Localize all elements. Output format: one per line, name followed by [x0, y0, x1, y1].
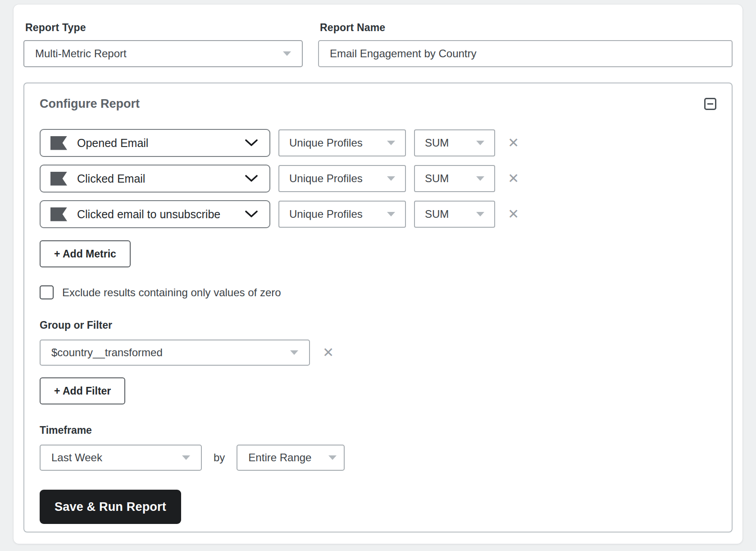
remove-metric-button[interactable]: ✕	[508, 207, 519, 221]
exclude-zero-row: Exclude results containing only values o…	[40, 285, 716, 299]
exclude-zero-label: Exclude results containing only values o…	[62, 286, 281, 299]
report-type-select[interactable]: Multi-Metric Report	[23, 40, 303, 67]
add-filter-button[interactable]: + Add Filter	[40, 377, 125, 404]
dropdown-arrow-icon	[476, 176, 484, 181]
dropdown-arrow-icon	[283, 51, 291, 56]
report-type-label: Report Type	[25, 22, 303, 34]
dropdown-arrow-icon	[476, 141, 484, 145]
timeframe-row: Last Week by Entire Range	[40, 445, 716, 471]
dropdown-arrow-icon	[328, 455, 337, 460]
chevron-down-icon	[245, 175, 258, 182]
metric-row: Clicked email to unsubscribe Unique Prof…	[40, 200, 716, 228]
measurement-value: Unique Profiles	[289, 137, 363, 149]
report-builder-card: Report Type Multi-Metric Report Report N…	[14, 5, 742, 544]
group-by-value: $country__transformed	[51, 346, 163, 359]
timeframe-by-label: by	[214, 451, 225, 464]
metric-flag-icon	[50, 207, 67, 221]
collapse-section-button[interactable]	[704, 98, 716, 110]
chevron-down-icon	[245, 211, 258, 218]
aggregation-select[interactable]: SUM	[414, 201, 495, 228]
metric-select[interactable]: Clicked Email	[40, 165, 270, 193]
metric-row: Clicked Email Unique Profiles SUM ✕	[40, 165, 716, 193]
dropdown-arrow-icon	[182, 455, 190, 460]
report-name-value: Email Engagement by Country	[330, 47, 477, 60]
measurement-select[interactable]: Unique Profiles	[278, 201, 406, 228]
remove-metric-button[interactable]: ✕	[508, 136, 519, 150]
aggregation-value: SUM	[425, 137, 449, 149]
metric-name: Clicked Email	[77, 172, 145, 185]
measurement-select[interactable]: Unique Profiles	[278, 129, 406, 156]
aggregation-value: SUM	[425, 172, 449, 185]
report-header-row: Report Type Multi-Metric Report Report N…	[23, 22, 733, 67]
minus-icon	[707, 103, 713, 105]
timeframe-range-value: Last Week	[51, 451, 102, 464]
metric-select[interactable]: Opened Email	[40, 129, 270, 157]
aggregation-value: SUM	[425, 208, 449, 220]
dropdown-arrow-icon	[290, 350, 298, 355]
aggregation-select[interactable]: SUM	[414, 129, 495, 156]
group-by-select[interactable]: $country__transformed	[40, 340, 310, 366]
report-type-value: Multi-Metric Report	[35, 47, 127, 60]
metric-flag-icon	[50, 136, 67, 150]
remove-group-button[interactable]: ✕	[323, 346, 334, 359]
metric-name: Clicked email to unsubscribe	[77, 208, 220, 221]
metric-flag-icon	[50, 172, 67, 186]
report-name-label: Report Name	[320, 22, 733, 34]
configure-report-section: Configure Report Opened Email Unique Pro…	[23, 83, 733, 533]
chevron-down-icon	[245, 139, 258, 147]
metric-row: Opened Email Unique Profiles SUM ✕	[40, 129, 716, 157]
report-name-input[interactable]: Email Engagement by Country	[318, 40, 733, 67]
report-name-field: Report Name Email Engagement by Country	[318, 22, 733, 67]
group-or-filter-label: Group or Filter	[40, 319, 716, 331]
aggregation-select[interactable]: SUM	[414, 165, 495, 192]
timeframe-label: Timeframe	[40, 424, 716, 436]
save-run-report-button[interactable]: Save & Run Report	[40, 490, 181, 524]
dropdown-arrow-icon	[387, 212, 395, 216]
configure-report-title: Configure Report	[40, 97, 140, 111]
configure-report-header: Configure Report	[40, 97, 716, 111]
add-metric-button[interactable]: + Add Metric	[40, 240, 131, 267]
remove-metric-button[interactable]: ✕	[508, 172, 519, 185]
timeframe-granularity-value: Entire Range	[248, 451, 311, 464]
exclude-zero-checkbox[interactable]	[40, 285, 54, 299]
metric-select[interactable]: Clicked email to unsubscribe	[40, 200, 270, 228]
dropdown-arrow-icon	[387, 176, 395, 181]
measurement-value: Unique Profiles	[289, 208, 363, 220]
dropdown-arrow-icon	[387, 141, 395, 145]
timeframe-range-select[interactable]: Last Week	[40, 445, 202, 471]
group-or-filter-row: $country__transformed ✕	[40, 340, 716, 366]
dropdown-arrow-icon	[476, 212, 484, 216]
measurement-select[interactable]: Unique Profiles	[278, 165, 406, 192]
timeframe-granularity-select[interactable]: Entire Range	[237, 445, 345, 471]
metric-name: Opened Email	[77, 137, 148, 150]
report-type-field: Report Type Multi-Metric Report	[23, 22, 303, 67]
measurement-value: Unique Profiles	[289, 172, 363, 185]
